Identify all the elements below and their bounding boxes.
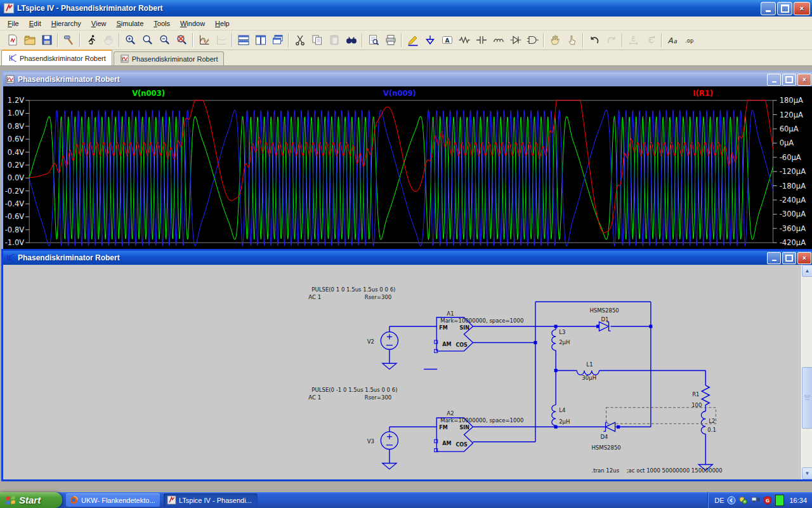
- schematic-text[interactable]: R1: [692, 391, 699, 398]
- paste-button[interactable]: [325, 31, 343, 49]
- scroll-up-icon[interactable]: ▲: [802, 265, 812, 277]
- waveform-window-titlebar[interactable]: Phasendiskriminator Robert ×: [3, 72, 812, 86]
- move-button[interactable]: [546, 31, 563, 49]
- spice-directive-button[interactable]: .op: [681, 31, 698, 49]
- taskbar-task-2[interactable]: LTspice IV - Phasendi...: [164, 493, 258, 507]
- menu-item-view[interactable]: View: [86, 18, 112, 29]
- place-component-button[interactable]: [524, 31, 541, 49]
- cascade-windows-button[interactable]: [269, 31, 286, 49]
- schematic-text[interactable]: HSMS2850: [591, 444, 620, 451]
- schematic-text[interactable]: SIN: [459, 324, 469, 331]
- schematic-text[interactable]: L1: [586, 361, 593, 368]
- trace-label-IR1[interactable]: I(R1): [693, 89, 713, 98]
- schematic-text[interactable]: ;ac oct 1000 50000000 150000000: [627, 467, 723, 474]
- new-schematic-button[interactable]: [4, 31, 21, 49]
- drag-button[interactable]: [563, 31, 580, 49]
- waveform-close-button[interactable]: ×: [797, 74, 811, 86]
- schematic-close-button[interactable]: ×: [797, 252, 811, 264]
- schematic-text[interactable]: AM: [442, 440, 451, 446]
- schematic-text[interactable]: 30µH: [582, 375, 596, 381]
- schematic-text[interactable]: 2µH: [559, 418, 570, 425]
- waveform-plot[interactable]: 1.2V1.0V0.8V0.6V0.4V0.2V0.0V-0.2V-0.4V-0…: [3, 86, 812, 250]
- schematic-text[interactable]: D1: [601, 316, 608, 323]
- menu-item-help[interactable]: Help: [210, 18, 235, 29]
- schematic-text[interactable]: Rser=300: [365, 294, 392, 300]
- schematic-text[interactable]: COS: [455, 441, 468, 448]
- schematic-text[interactable]: D4: [600, 434, 608, 440]
- minimize-button[interactable]: [761, 2, 776, 15]
- schematic-text[interactable]: HSMS2850: [589, 307, 619, 313]
- schematic-text[interactable]: A1: [447, 311, 454, 317]
- schematic-text[interactable]: V2: [367, 338, 374, 344]
- menu-item-simulate[interactable]: Simulate: [111, 18, 148, 29]
- schematic-text[interactable]: Rser=300: [365, 394, 392, 401]
- mirror-button[interactable]: E: [625, 31, 642, 49]
- collapse-chevron-icon[interactable]: [726, 495, 737, 505]
- tile-vertically-button[interactable]: [252, 31, 269, 49]
- menu-item-edit[interactable]: Edit: [24, 18, 46, 29]
- print-button[interactable]: [382, 31, 399, 49]
- redo-button[interactable]: [603, 31, 620, 49]
- schematic-text[interactable]: COS: [455, 342, 468, 348]
- main-titlebar[interactable]: LTspice IV - Phasendiskriminator Robert …: [0, 0, 812, 17]
- schematic-text[interactable]: SIN: [459, 424, 469, 431]
- copy-button[interactable]: [308, 31, 325, 49]
- zoom-in-button[interactable]: [122, 31, 139, 49]
- network-icon[interactable]: [738, 495, 749, 505]
- open-button[interactable]: [21, 31, 38, 49]
- menu-item-window[interactable]: Window: [175, 18, 210, 29]
- tab-2[interactable]: Phasendiskriminator Robert: [114, 51, 225, 65]
- menu-item-hierarchy[interactable]: Hierarchy: [46, 18, 86, 29]
- restore-button[interactable]: [777, 2, 792, 15]
- schematic-text[interactable]: FM: [439, 424, 447, 431]
- draw-wire-button[interactable]: [404, 31, 421, 49]
- schematic-text[interactable]: A2: [447, 410, 454, 417]
- schematic-text[interactable]: Mark=10000000, space=1000: [440, 318, 523, 324]
- display-audio-icon[interactable]: [750, 495, 761, 505]
- print-preview-button[interactable]: [365, 31, 382, 49]
- schematic-text[interactable]: PULSE(0 1 0 1.5us 1.5us 0 0 6): [311, 286, 395, 293]
- schematic-text[interactable]: 2µH: [559, 339, 570, 345]
- undo-button[interactable]: [586, 31, 603, 49]
- schematic-text[interactable]: V3: [367, 438, 374, 444]
- schematic-minimize-button[interactable]: [767, 252, 781, 264]
- waveform-minimize-button[interactable]: [767, 74, 781, 86]
- zoom-out-button[interactable]: [156, 31, 173, 49]
- control-panel-button[interactable]: [60, 31, 77, 49]
- label-net-button[interactable]: A: [438, 31, 455, 49]
- gdata-shield-icon[interactable]: G: [763, 495, 773, 505]
- place-text-button[interactable]: Aa: [664, 31, 681, 49]
- rotate-button[interactable]: E: [642, 31, 659, 49]
- tile-horizontally-button[interactable]: [235, 31, 252, 49]
- scroll-down-icon[interactable]: ▼: [802, 467, 812, 479]
- schematic-text[interactable]: L4: [559, 407, 565, 413]
- schematic-text[interactable]: L2: [709, 418, 715, 424]
- plot-settings-button[interactable]: [213, 31, 230, 49]
- schematic-text[interactable]: Mark=10000000, space=1000: [440, 417, 523, 424]
- schematic-text[interactable]: L3: [559, 329, 565, 335]
- trace-label-Vn009[interactable]: V(n009): [383, 89, 416, 98]
- schematic-canvas[interactable]: PULSE(0 1 0 1.5us 1.5us 0 0 6)AC 1Rser=3…: [3, 265, 812, 479]
- place-capacitor-button[interactable]: [473, 31, 490, 49]
- trace-label-Vn003[interactable]: V(n003): [132, 89, 165, 98]
- run-button[interactable]: [82, 31, 100, 49]
- schematic-text[interactable]: AC 1: [308, 294, 321, 300]
- place-inductor-button[interactable]: [490, 31, 507, 49]
- schematic-text[interactable]: AM: [442, 341, 451, 347]
- schematic-text[interactable]: 100: [691, 402, 702, 408]
- vertical-scrollbar[interactable]: ▲ ▼: [801, 265, 812, 479]
- autorange-y-axis-button[interactable]: [195, 31, 213, 49]
- waveform-maximize-button[interactable]: [782, 74, 796, 86]
- find-button[interactable]: [343, 31, 360, 49]
- scrollbar-thumb[interactable]: [802, 367, 812, 429]
- place-diode-button[interactable]: [507, 31, 524, 49]
- zoom-area-button[interactable]: [139, 31, 156, 49]
- cut-button[interactable]: [291, 31, 308, 49]
- place-ground-button[interactable]: [421, 31, 438, 49]
- zoom-full-extents-button[interactable]: [173, 31, 190, 49]
- language-indicator[interactable]: DE: [714, 497, 724, 504]
- start-button[interactable]: Start: [0, 492, 62, 508]
- schematic-text[interactable]: FM: [439, 324, 447, 331]
- schematic-maximize-button[interactable]: [782, 252, 796, 264]
- menu-item-file[interactable]: File: [3, 18, 24, 29]
